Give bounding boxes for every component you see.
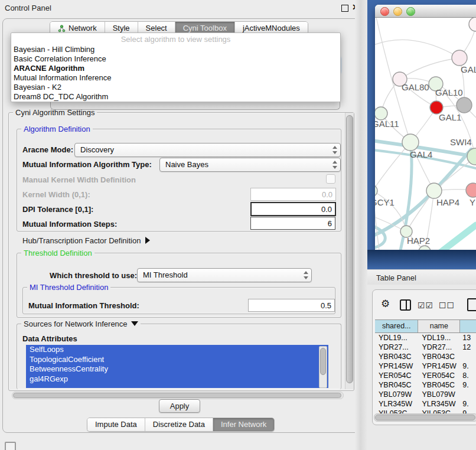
table-row[interactable]: YDL19...YDL19...13 [375,333,476,343]
network-node-hap4[interactable] [426,183,442,198]
network-node-gal11[interactable] [375,107,387,120]
table-cell: 13 [460,333,476,343]
settings-vertical-scrollbar[interactable] [345,113,354,389]
scrollbar-thumb[interactable] [320,348,326,375]
checked-columns-icon[interactable]: ☑☑ [418,301,433,311]
minimize-window-icon[interactable] [393,7,402,16]
network-view-window: GALGAL80GAL10GAL1GAL11SWI4GAL4GCY1HAP4YH… [375,5,476,250]
panel-splitter[interactable] [355,0,367,450]
attribute-item-betweennesscentrality[interactable]: BetweennessCentrality [26,364,328,374]
tab-discretize-data[interactable]: Discretize Data [145,418,213,431]
column-header-2[interactable] [460,320,476,332]
dpi-tolerance-label: DPI Tolerance [0,1]: [22,205,93,214]
table-cell: YLR345W [375,399,419,409]
network-edge[interactable] [375,142,410,191]
mi-type-select[interactable]: Naive Bayes [159,158,341,172]
network-node-gal4[interactable] [402,134,419,151]
scrollbar-thumb[interactable] [375,415,475,420]
network-node[interactable] [469,18,476,31]
table-header-row: shared...name [375,319,476,333]
unchecked-columns-icon[interactable]: ☐☐ [439,301,455,311]
dock-mini-icon[interactable] [5,442,16,450]
apply-button[interactable]: Apply [159,399,200,413]
panel-title: Control Panel [5,4,51,12]
network-node-y[interactable] [466,183,476,197]
network-edge[interactable] [375,40,459,58]
tab-infer-network[interactable]: Infer Network [213,418,274,431]
node-label-gal: GAL [461,64,476,74]
attribute-item-selfloops[interactable]: SelfLoops [26,345,328,355]
dpi-tolerance-input[interactable] [250,202,336,216]
table-panel-title: Table Panel [376,273,416,282]
stepper-icon [303,271,308,279]
algorithm-dropdown-list: Select algorithm to view settings Bayesi… [11,32,341,102]
algorithm-option-dream8-dc-tdc-algorithm[interactable]: Dream8 DC_TDC Algorithm [14,92,108,102]
table-cell: YLR345W [419,399,461,409]
tab-label: Impute Data [95,418,137,431]
table-cell: 9. [460,380,476,390]
scrollbar-thumb[interactable] [346,115,353,383]
collapse-down-icon [131,321,138,326]
scrollbar-thumb[interactable] [13,393,341,398]
manual-kernel-checkbox[interactable] [326,174,335,184]
table-cell: YDL19... [419,333,461,343]
algorithm-option-mutual-information-inference[interactable]: Mutual Information Inference [14,73,111,83]
table-horizontal-scrollbar[interactable] [374,413,476,422]
algorithm-option-basic-correlation-inference[interactable]: Basic Correlation Inference [14,54,106,64]
network-node-gal[interactable] [452,50,467,66]
zoom-window-icon[interactable] [406,7,415,16]
network-graph[interactable]: GALGAL80GAL10GAL1GAL11SWI4GAL4GCY1HAP4YH… [375,18,476,250]
algorithm-option-bayesian-k2[interactable]: Bayesian - K2 [14,83,61,92]
settings-gear-icon[interactable]: ⚙ [381,299,390,309]
table-cell [460,390,476,399]
table-row[interactable]: YPR145WYPR145W9. [375,361,476,371]
table-cell: YBR045C [419,380,461,390]
column-header-name[interactable]: name [418,320,460,332]
table-row[interactable]: YLR345WYLR345W9. [375,399,476,409]
close-window-icon[interactable] [380,7,389,16]
list-scrollbar[interactable] [319,346,327,388]
table-panel-container: ⚙☑☑☐☐ shared...name YDL19...YDL19...13YD… [372,289,476,425]
which-threshold-select[interactable]: MI Threshold [137,268,312,282]
algorithm-placeholder: Select algorithm to view settings [11,35,340,44]
network-window-titlebar[interactable] [375,5,476,18]
stepper-icon [332,161,337,169]
network-node-gcy1[interactable] [375,185,377,197]
node-label-hap4: HAP4 [436,197,459,207]
table-row[interactable]: YBR045CYBR045C9. [375,380,476,390]
kernel-width-input[interactable] [250,188,336,201]
tab-impute-data[interactable]: Impute Data [87,418,145,431]
data-attributes-list[interactable]: SelfLoopsTopologicalCoefficientBetweenne… [26,345,328,388]
network-icon [58,25,66,32]
node-label-gal80: GAL80 [402,82,429,92]
mi-threshold-input[interactable] [248,299,335,312]
settings-horizontal-scrollbar[interactable] [12,392,344,399]
table-cell: YBR045C [375,380,419,390]
gene-table: shared...name YDL19...YDL19...13YDR27...… [375,319,476,418]
hub-factor-expander[interactable]: Hub/Transcription Factor Definition [22,236,150,245]
table-cell: YBL079W [419,390,461,399]
table-row[interactable]: YBL079WYBL079W [375,390,476,399]
threshold-definition-title: Threshold Definition [21,249,94,257]
table-row[interactable]: YDR27...YDR27...12 [375,343,476,352]
stepper-icon [332,146,337,154]
aracne-mode-select[interactable]: Discovery [74,143,341,157]
float-panel-icon[interactable] [341,5,348,12]
table-cell [460,352,476,361]
network-node[interactable] [457,97,472,113]
mi-steps-input[interactable] [250,217,335,230]
algorithm-option-aracne-algorithm[interactable]: ARACNE Algorithm [14,64,84,73]
split-view-icon[interactable] [400,299,411,311]
which-threshold-value: MI Threshold [143,270,188,279]
algorithm-option-bayesian-hill-climbing[interactable]: Bayesian - Hill Climbing [14,45,94,54]
network-edge[interactable] [441,225,476,250]
column-header-shared[interactable]: shared... [375,320,418,332]
tab-label: Discretize Data [153,418,205,431]
attribute-item-gal4rgexp[interactable]: gal4RGexp [26,374,328,384]
table-row[interactable]: YBR043CYBR043C [375,352,476,361]
network-edge[interactable] [400,58,459,79]
new-table-icon[interactable] [467,298,476,311]
attribute-item-topologicalcoefficient[interactable]: TopologicalCoefficient [26,355,328,365]
hidden-combo-bottom-fragment [50,101,340,110]
table-row[interactable]: YER054CYER054C8. [375,371,476,380]
